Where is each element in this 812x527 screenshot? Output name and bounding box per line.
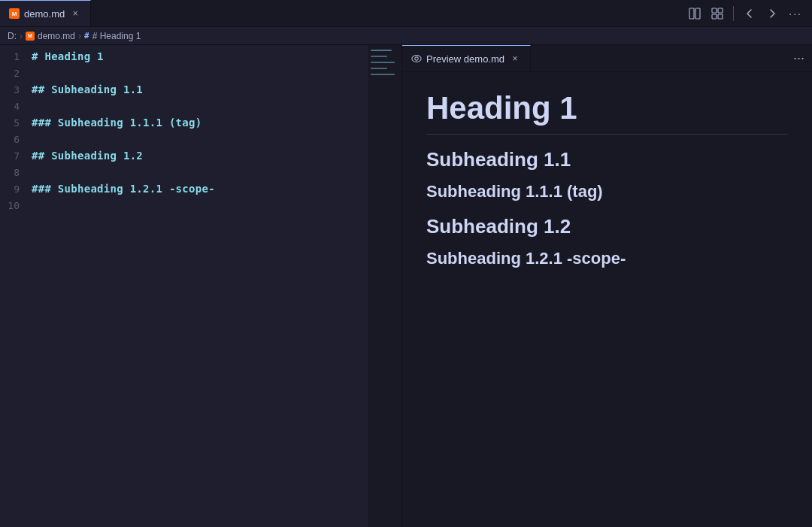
split-editor-icon [689, 8, 701, 20]
code-line: 1# Heading 1 [0, 48, 401, 65]
preview-heading1: Heading 1 [426, 90, 788, 135]
preview-heading3-2: Subheading 1.2.1 -scope- [426, 249, 788, 268]
line-number: 4 [0, 101, 32, 112]
preview-heading3-1: Subheading 1.1.1 (tag) [426, 182, 788, 201]
line-number: 7 [0, 150, 32, 162]
breadcrumb-md-icon: M [26, 32, 35, 41]
breadcrumb: D: › M demo.md › # # Heading 1 [0, 27, 812, 45]
line-number: 8 [0, 167, 32, 178]
editor-content[interactable]: 1# Heading 123## Subheading 1.145### Sub… [0, 45, 401, 527]
line-number: 2 [0, 68, 32, 79]
more-actions-button[interactable]: ··· [785, 5, 806, 23]
back-button[interactable] [740, 5, 759, 23]
line-number: 9 [0, 183, 32, 195]
svg-rect-5 [718, 14, 723, 19]
svg-point-7 [415, 57, 418, 60]
breadcrumb-heading-icon: # [84, 31, 89, 41]
editor-tab-group: M demo.md × [0, 0, 91, 26]
editor-tab-close[interactable]: × [69, 8, 81, 20]
line-content: ### Subheading 1.1.1 (tag) [32, 117, 201, 129]
svg-rect-2 [712, 8, 717, 13]
code-line: 2 [0, 65, 401, 81]
minimap [368, 45, 401, 527]
preview-more-icon: ··· [793, 50, 804, 65]
more-actions-icon: ··· [789, 8, 802, 20]
preview-heading2-2: Subheading 1.2 [426, 215, 788, 238]
code-line: 9### Subheading 1.2.1 -scope- [0, 180, 401, 197]
preview-tab-close[interactable]: × [509, 53, 521, 65]
back-icon [744, 8, 756, 20]
code-line: 7## Subheading 1.2 [0, 147, 401, 164]
line-number: 10 [0, 200, 32, 211]
svg-rect-0 [689, 8, 694, 19]
breadcrumb-file[interactable]: demo.md [38, 31, 75, 41]
breadcrumb-heading[interactable]: # Heading 1 [92, 31, 141, 41]
code-line: 3## Subheading 1.1 [0, 81, 401, 98]
md-file-icon: M [9, 8, 20, 19]
line-number: 1 [0, 51, 32, 62]
code-line: 10 [0, 197, 401, 214]
forward-button[interactable] [762, 5, 782, 23]
code-line: 5### Subheading 1.1.1 (tag) [0, 114, 401, 131]
svg-rect-3 [718, 8, 723, 13]
tab-bar: M demo.md × [0, 0, 812, 27]
toolbar-divider [733, 6, 734, 21]
preview-tab[interactable]: Preview demo.md × [402, 45, 531, 71]
code-line: 8 [0, 164, 401, 180]
svg-rect-4 [712, 14, 717, 19]
breadcrumb-sep-2: › [78, 31, 81, 41]
code-lines: 1# Heading 123## Subheading 1.145### Sub… [0, 48, 401, 214]
line-number: 3 [0, 84, 32, 95]
preview-tab-label: Preview demo.md [426, 53, 504, 65]
editor-tab-label: demo.md [24, 8, 65, 20]
line-number: 6 [0, 134, 32, 145]
breadcrumb-drive[interactable]: D: [8, 31, 17, 41]
preview-pane: Preview demo.md × ··· Heading 1 Subheadi… [402, 45, 812, 527]
layout-icon [711, 8, 723, 20]
line-content: ## Subheading 1.1 [32, 83, 143, 95]
main-area: 1# Heading 123## Subheading 1.145### Sub… [0, 45, 812, 527]
preview-heading2-1: Subheading 1.1 [426, 148, 788, 171]
editor-tab-demo-md[interactable]: M demo.md × [0, 0, 91, 26]
line-content: ### Subheading 1.2.1 -scope- [32, 183, 215, 195]
toolbar: ··· [679, 5, 812, 23]
code-line: 6 [0, 131, 401, 147]
code-line: 4 [0, 98, 401, 114]
layout-button[interactable] [707, 5, 727, 23]
breadcrumb-sep-1: › [20, 31, 23, 41]
svg-rect-1 [695, 8, 700, 19]
split-editor-button[interactable] [685, 5, 704, 23]
line-content: ## Subheading 1.2 [32, 150, 143, 162]
line-number: 5 [0, 117, 32, 129]
forward-icon [766, 8, 778, 20]
editor-pane: 1# Heading 123## Subheading 1.145### Sub… [0, 45, 402, 527]
preview-eye-icon [411, 53, 422, 64]
line-content: # Heading 1 [32, 50, 104, 62]
preview-more-button[interactable]: ··· [786, 50, 812, 66]
preview-content: Heading 1 Subheading 1.1 Subheading 1.1.… [402, 72, 812, 527]
preview-tab-bar: Preview demo.md × ··· [402, 45, 812, 72]
svg-point-6 [412, 56, 421, 62]
